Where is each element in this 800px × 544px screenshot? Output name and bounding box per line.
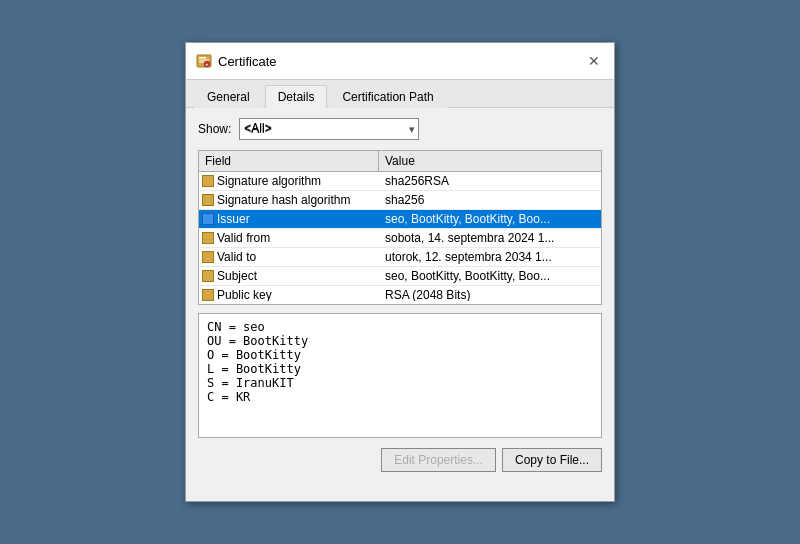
svg-text:★: ★: [205, 62, 209, 67]
show-row: Show: <All> <All>: [198, 118, 602, 140]
table-row[interactable]: Public key RSA (2048 Bits): [199, 286, 601, 301]
title-bar-left: ★ Certificate: [196, 53, 277, 69]
title-bar: ★ Certificate ✕: [186, 43, 614, 80]
field-value: seo, BootKitty, BootKitty, Boo...: [379, 210, 601, 228]
field-value: seo, BootKitty, BootKitty, Boo...: [379, 267, 601, 285]
column-field: Field: [199, 151, 379, 171]
show-select-wrapper: <All> <All>: [239, 118, 419, 140]
table-body: Signature algorithm sha256RSA Signature …: [199, 172, 601, 301]
svg-rect-2: [199, 60, 209, 61]
detail-box: CN = seo OU = BootKitty O = BootKitty L …: [198, 313, 602, 438]
column-value: Value: [379, 151, 601, 171]
certificate-icon: ★: [196, 53, 212, 69]
close-button[interactable]: ✕: [584, 51, 604, 71]
table-row[interactable]: Signature hash algorithm sha256: [199, 191, 601, 210]
tab-content: Show: <All> <All> Field Value Signature …: [186, 108, 614, 482]
tab-bar: General Details Certification Path: [186, 80, 614, 108]
field-value: sha256: [379, 191, 601, 209]
field-name: Public key: [217, 286, 379, 301]
field-icon: [202, 175, 214, 187]
field-icon: [202, 213, 214, 225]
tab-details[interactable]: Details: [265, 85, 328, 108]
field-name: Signature hash algorithm: [217, 191, 379, 209]
table-row[interactable]: Signature algorithm sha256RSA: [199, 172, 601, 191]
field-name: Subject: [217, 267, 379, 285]
field-value: RSA (2048 Bits): [379, 286, 601, 301]
table-row[interactable]: Valid to utorok, 12. septembra 2034 1...: [199, 248, 601, 267]
field-icon: [202, 251, 214, 263]
show-select[interactable]: <All>: [239, 118, 419, 140]
field-name: Signature algorithm: [217, 172, 379, 190]
button-row: Edit Properties... Copy to File...: [198, 448, 602, 472]
field-name: Valid from: [217, 229, 379, 247]
field-value: utorok, 12. septembra 2034 1...: [379, 248, 601, 266]
svg-rect-1: [199, 57, 206, 59]
edit-properties-button[interactable]: Edit Properties...: [381, 448, 496, 472]
certificate-window: ★ Certificate ✕ General Details Certific…: [185, 42, 615, 502]
window-title: Certificate: [218, 54, 277, 69]
tab-certification-path[interactable]: Certification Path: [329, 85, 446, 108]
field-name: Valid to: [217, 248, 379, 266]
fields-table: Field Value Signature algorithm sha256RS…: [198, 150, 602, 305]
tab-general[interactable]: General: [194, 85, 263, 108]
field-icon: [202, 194, 214, 206]
table-header: Field Value: [199, 151, 601, 172]
field-value: sha256RSA: [379, 172, 601, 190]
field-icon: [202, 232, 214, 244]
table-row[interactable]: Issuer seo, BootKitty, BootKitty, Boo...: [199, 210, 601, 229]
field-name: Issuer: [217, 210, 379, 228]
show-label: Show:: [198, 122, 231, 136]
field-icon: [202, 270, 214, 282]
table-row[interactable]: Subject seo, BootKitty, BootKitty, Boo..…: [199, 267, 601, 286]
field-value: sobota, 14. septembra 2024 1...: [379, 229, 601, 247]
field-icon: [202, 289, 214, 301]
copy-to-file-button[interactable]: Copy to File...: [502, 448, 602, 472]
table-row[interactable]: Valid from sobota, 14. septembra 2024 1.…: [199, 229, 601, 248]
